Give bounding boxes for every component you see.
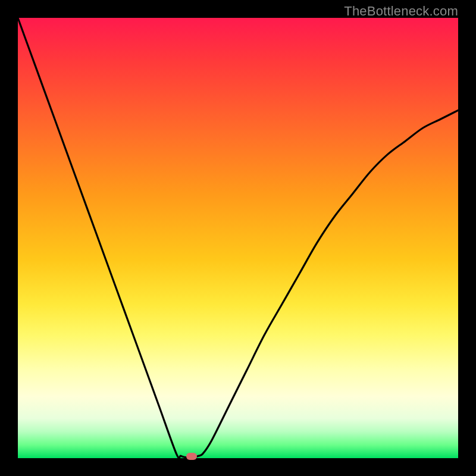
chart-frame: TheBottleneck.com — [0, 0, 476, 476]
bottleneck-curve — [18, 18, 458, 458]
curve-path — [18, 18, 458, 458]
plot-area — [18, 18, 458, 458]
watermark-text: TheBottleneck.com — [344, 4, 458, 19]
minimum-marker — [186, 453, 197, 460]
